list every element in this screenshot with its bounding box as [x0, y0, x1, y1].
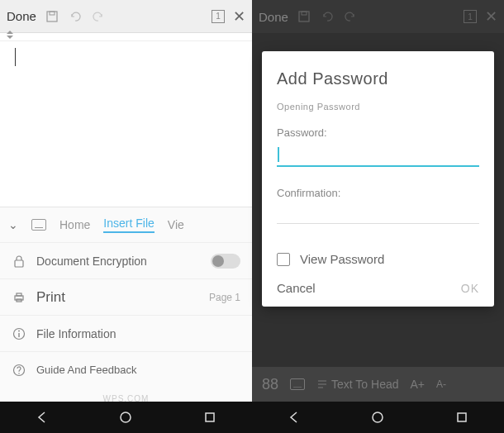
keyboard-icon[interactable]	[31, 219, 46, 231]
row-guide-feedback[interactable]: Guide And Feedback	[0, 351, 252, 388]
tabs-row: ⌄ Home Insert File Vie	[0, 207, 252, 242]
confirmation-label: Confirmation:	[277, 187, 479, 199]
lock-icon	[12, 254, 26, 269]
view-password-row[interactable]: View Password	[277, 252, 479, 266]
nav-home-icon[interactable]	[366, 406, 389, 429]
nav-home-icon[interactable]	[114, 406, 137, 429]
svg-rect-19	[458, 413, 466, 421]
section-label: Opening Password	[277, 102, 479, 112]
nav-back-icon[interactable]	[283, 406, 306, 429]
tab-home[interactable]: Home	[59, 218, 90, 231]
svg-rect-2	[15, 260, 23, 267]
print-label: Print	[36, 289, 199, 306]
ok-button[interactable]: OK	[461, 282, 479, 295]
password-input[interactable]	[277, 144, 479, 167]
svg-point-11	[121, 412, 131, 422]
undo-icon[interactable]	[68, 9, 83, 24]
nav-recent-icon[interactable]	[450, 406, 473, 429]
add-password-dialog: Add Password Opening Password Password: …	[262, 51, 494, 307]
top-toolbar: Done 1 ✕	[0, 0, 252, 33]
right-screenshot: Done 1 ✕ 88 Text To Head A+ A- Add Passw…	[252, 0, 504, 433]
encryption-toggle[interactable]	[211, 254, 240, 269]
tab-view[interactable]: Vie	[168, 218, 184, 231]
print-page-info: Page 1	[209, 292, 240, 303]
svg-point-10	[18, 373, 20, 374]
nav-recent-icon[interactable]	[198, 406, 221, 429]
svg-rect-1	[50, 12, 55, 15]
row-document-encryption[interactable]: Document Encryption	[0, 242, 252, 278]
encryption-label: Document Encryption	[36, 255, 201, 268]
confirmation-input[interactable]	[277, 204, 479, 224]
text-cursor	[278, 147, 279, 162]
view-password-label: View Password	[300, 252, 384, 266]
row-file-info[interactable]: File Information	[0, 315, 252, 351]
help-icon	[12, 363, 26, 378]
redo-icon[interactable]	[91, 9, 106, 24]
svg-rect-12	[206, 413, 214, 421]
guide-label: Guide And Feedback	[36, 364, 240, 376]
text-cursor	[15, 48, 16, 66]
bottom-panel: ⌄ Home Insert File Vie Document Encrypti…	[0, 207, 252, 407]
chevron-down-icon[interactable]: ⌄	[8, 218, 18, 231]
dialog-title: Add Password	[277, 69, 479, 88]
file-info-label: File Information	[36, 327, 240, 340]
password-label: Password:	[277, 126, 479, 139]
info-icon	[12, 326, 26, 341]
page-indicator[interactable]: 1	[212, 10, 225, 23]
view-password-checkbox[interactable]	[277, 253, 290, 266]
tab-insert-file[interactable]: Insert File	[103, 216, 154, 233]
cancel-button[interactable]: Cancel	[277, 281, 316, 295]
close-icon[interactable]: ✕	[233, 7, 245, 26]
ruler	[0, 33, 252, 41]
printer-icon	[12, 290, 26, 305]
svg-rect-4	[17, 293, 21, 296]
android-navbar	[0, 402, 252, 433]
svg-point-18	[373, 412, 383, 422]
nav-back-icon[interactable]	[31, 406, 54, 429]
save-icon[interactable]	[45, 9, 59, 24]
row-print[interactable]: Print Page 1	[0, 278, 252, 315]
android-navbar	[252, 402, 504, 433]
dialog-buttons: Cancel OK	[277, 281, 479, 295]
done-button[interactable]: Done	[7, 9, 36, 23]
left-screenshot: Done 1 ✕ ⌄ Home Insert File Vie Docu	[0, 0, 252, 433]
svg-rect-0	[47, 12, 57, 21]
svg-point-8	[18, 330, 20, 331]
document-canvas[interactable]	[0, 33, 252, 207]
